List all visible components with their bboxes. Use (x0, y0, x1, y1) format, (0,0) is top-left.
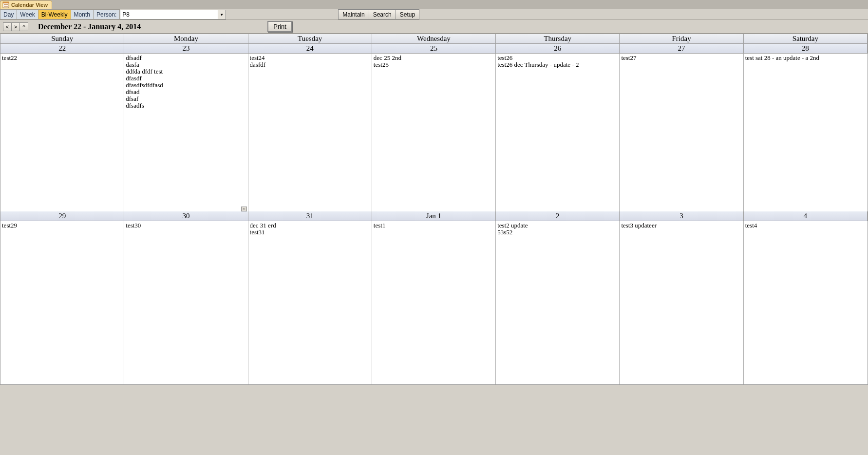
person-input[interactable] (120, 10, 218, 19)
calendar-event[interactable]: dfsadfs (126, 102, 246, 109)
view-tab-month[interactable]: Month (71, 9, 94, 19)
dow-header: Wednesday (372, 34, 496, 44)
calendar-event[interactable]: ddfda dfdf test (126, 68, 246, 75)
view-tab-week[interactable]: Week (17, 9, 38, 19)
day-cell[interactable]: test24dasfdf (248, 54, 372, 211)
calendar-event[interactable]: 53s52 (497, 229, 618, 236)
view-tab-bi-weekly[interactable]: Bi-Weekly (38, 9, 71, 19)
dow-header: Sunday (0, 34, 124, 44)
day-cell[interactable]: test22 (0, 54, 124, 211)
date-header[interactable]: 29 (0, 211, 124, 221)
dow-header: Saturday (744, 34, 868, 44)
nav-row: < > ^ December 22 - January 4, 2014 Prin… (0, 20, 868, 34)
calendar-event[interactable]: test sat 28 - an update - a 2nd (745, 55, 866, 61)
day-cell[interactable]: test4 (744, 221, 868, 384)
view-toolbar: DayWeekBi-WeeklyMonth Person: ▾ Maintain… (0, 9, 868, 20)
calendar-event[interactable]: dfsaf (126, 95, 246, 102)
window-title: Calendar View (11, 2, 48, 8)
person-combo[interactable]: ▾ (120, 10, 226, 19)
dow-header: Monday (124, 34, 248, 44)
maintain-button[interactable]: Maintain (338, 9, 369, 19)
date-header[interactable]: 31 (248, 211, 372, 221)
day-cell[interactable]: test26test26 dec Thursday - update - 2 (496, 54, 620, 211)
up-button[interactable]: ^ (19, 22, 28, 31)
date-header[interactable]: Jan 1 (372, 211, 496, 221)
svg-rect-3 (4, 6, 8, 7)
form-icon (2, 1, 9, 8)
calendar-event[interactable]: dfsadf (126, 55, 246, 61)
calendar-event[interactable]: dasfa (126, 61, 246, 68)
search-button[interactable]: Search (369, 9, 396, 19)
date-header[interactable]: 27 (620, 44, 743, 54)
calendar-event[interactable]: test22 (2, 55, 122, 61)
calendar-event[interactable]: test1 (374, 222, 494, 229)
day-cell[interactable]: test1 (372, 221, 496, 384)
day-cell[interactable]: test sat 28 - an update - a 2nd (744, 54, 868, 211)
chevron-down-icon[interactable]: ▾ (218, 10, 226, 19)
calendar-event[interactable]: test2 update (497, 222, 618, 229)
calendar-event[interactable]: dfasdfsdfdfasd (126, 82, 246, 89)
calendar-event[interactable]: dfsad (126, 89, 246, 95)
dow-header: Friday (620, 34, 743, 44)
calendar-event[interactable]: test29 (2, 222, 122, 229)
date-header[interactable]: 22 (0, 44, 124, 54)
setup-button[interactable]: Setup (396, 9, 419, 19)
calendar-event[interactable]: dec 31 erd (250, 222, 370, 229)
calendar-event[interactable]: test26 (497, 55, 618, 61)
calendar-event[interactable]: dec 25 2nd (374, 55, 494, 61)
print-button[interactable]: Print (267, 21, 292, 32)
date-header[interactable]: 24 (248, 44, 372, 54)
calendar-window: Calendar View DayWeekBi-WeeklyMonth Pers… (0, 0, 868, 385)
calendar-event[interactable]: test24 (250, 55, 370, 61)
date-range-title: December 22 - January 4, 2014 (38, 22, 141, 31)
date-header[interactable]: 2 (496, 211, 620, 221)
dow-header: Thursday (496, 34, 620, 44)
date-header[interactable]: 3 (620, 211, 743, 221)
scroll-up-icon[interactable]: ^ (241, 207, 247, 211)
date-header[interactable]: 25 (372, 44, 496, 54)
day-cell[interactable]: dec 31 erdtest31 (248, 221, 372, 384)
next-button[interactable]: > (11, 22, 20, 31)
prev-button[interactable]: < (3, 22, 12, 31)
day-cell[interactable]: dec 25 2ndtest25 (372, 54, 496, 211)
person-label: Person: (94, 9, 120, 19)
date-header[interactable]: 26 (496, 44, 620, 54)
calendar-event[interactable]: dasfdf (250, 61, 370, 68)
calendar-event[interactable]: test25 (374, 61, 494, 68)
window-tab[interactable]: Calendar View (0, 0, 52, 9)
day-cell[interactable]: dfsadfdasfaddfda dfdf testdfasdfdfasdfsd… (124, 54, 248, 211)
title-bar: Calendar View (0, 0, 868, 9)
calendar-event[interactable]: test3 updateer (621, 222, 741, 229)
dow-header: Tuesday (248, 34, 372, 44)
calendar-event[interactable]: test26 dec Thursday - update - 2 (497, 61, 618, 68)
calendar-event[interactable]: test31 (250, 229, 370, 236)
calendar-event[interactable]: test4 (745, 222, 866, 229)
date-header[interactable]: 4 (744, 211, 868, 221)
calendar-event[interactable]: dfasdf (126, 75, 246, 82)
calendar-grid: SundayMondayTuesdayWednesdayThursdayFrid… (0, 34, 868, 385)
date-header[interactable]: 23 (124, 44, 248, 54)
view-tab-day[interactable]: Day (0, 9, 17, 19)
calendar-event[interactable]: test30 (126, 222, 246, 229)
day-cell[interactable]: test29 (0, 221, 124, 384)
svg-rect-2 (4, 4, 8, 5)
day-cell[interactable]: test30 (124, 221, 248, 384)
date-header[interactable]: 30 (124, 211, 248, 221)
day-cell[interactable]: test27 (620, 54, 743, 211)
date-header[interactable]: 28 (744, 44, 868, 54)
svg-rect-1 (3, 2, 9, 3)
day-cell[interactable]: test3 updateer (620, 221, 743, 384)
day-cell[interactable]: test2 update53s52 (496, 221, 620, 384)
calendar-event[interactable]: test27 (621, 55, 741, 61)
